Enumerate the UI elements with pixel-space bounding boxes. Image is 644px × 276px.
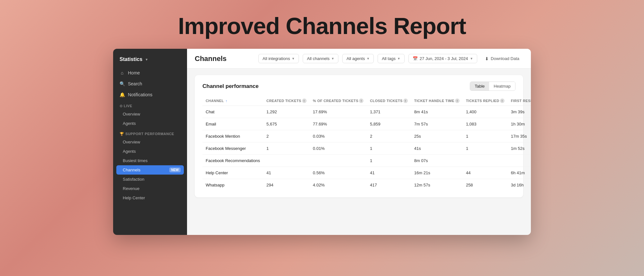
- table-row: Facebook Messenger10.01%141s11m 52s1m 52…: [202, 142, 531, 155]
- chevron-down-icon: ▼: [291, 57, 295, 60]
- sidebar-item-label: Home: [128, 70, 140, 75]
- cell-handle_time: 25s: [411, 130, 463, 142]
- sidebar-item-busiest-times[interactable]: Busiest times: [113, 156, 187, 165]
- sidebar-item-overview-live[interactable]: Overview: [113, 109, 187, 119]
- sidebar-item-label: Notifications: [128, 92, 152, 97]
- sidebar-title: Statistics: [120, 56, 142, 62]
- cell-channel: Help Center: [202, 167, 263, 179]
- cell-channel: Chat: [202, 106, 263, 118]
- page-name: Channels: [195, 55, 255, 63]
- sidebar-item-agents-perf[interactable]: Agents: [113, 147, 187, 156]
- cell-handle_time: 41s: [411, 142, 463, 155]
- cell-first_response: 17m 35s: [508, 130, 531, 142]
- page-title: Improved Channels Report: [6, 13, 638, 39]
- table-view-button[interactable]: Table: [470, 82, 489, 91]
- cell-tickets_replied: 1,083: [463, 118, 508, 130]
- chevron-down-icon: ▼: [331, 57, 334, 60]
- download-icon: ⬇: [485, 56, 489, 61]
- sidebar-item-channels[interactable]: Channels NEW: [116, 165, 184, 175]
- sidebar-item-home[interactable]: ⌂ Home: [113, 67, 187, 78]
- sidebar-item-overview-perf[interactable]: Overview: [113, 137, 187, 147]
- th-first-response: FIRST RESPONSE TIME i: [508, 96, 531, 106]
- filter-channels[interactable]: All channels ▼: [303, 54, 338, 63]
- card-header: Channel performance Table Heatmap: [202, 82, 515, 91]
- cell-closed_tickets: 41: [367, 167, 411, 179]
- chevron-down-icon: ▼: [397, 57, 400, 60]
- chevron-down-icon: ▼: [366, 57, 370, 60]
- top-bar: Channels All integrations ▼ All channels…: [187, 49, 531, 69]
- cell-channel: Email: [202, 118, 263, 130]
- cell-first_response: 1m 52s: [508, 142, 531, 155]
- th-created-tickets: CREATED TICKETS i: [263, 96, 309, 106]
- cell-first_response: [508, 155, 531, 167]
- th-closed-tickets: CLOSED TICKETS i: [367, 96, 411, 106]
- sidebar-item-label: Search: [128, 81, 142, 86]
- main-content: Channels All integrations ▼ All channels…: [187, 49, 531, 235]
- cell-tickets_replied: 44: [463, 167, 508, 179]
- sidebar-item-revenue[interactable]: Revenue: [113, 184, 187, 193]
- cell-first_response: 3m 39s: [508, 106, 531, 118]
- sidebar-item-search[interactable]: 🔍 Search: [113, 78, 187, 89]
- cell-pct_created: 4.02%: [310, 179, 367, 191]
- cell-pct_created: 0.01%: [310, 142, 367, 155]
- cell-first_response: 6h 41m: [508, 167, 531, 179]
- cell-closed_tickets: 5,859: [367, 118, 411, 130]
- sidebar-item-notifications[interactable]: 🔔 Notifications: [113, 89, 187, 100]
- cell-handle_time: 12m 57s: [411, 179, 463, 191]
- cell-handle_time: 16m 21s: [411, 167, 463, 179]
- cell-first_response: 1h 30m: [508, 118, 531, 130]
- cell-created_tickets: 1,292: [263, 106, 309, 118]
- cell-handle_time: 8m 07s: [411, 155, 463, 167]
- search-icon: 🔍: [120, 81, 125, 86]
- info-icon: i: [302, 99, 307, 103]
- cell-tickets_replied: 258: [463, 179, 508, 191]
- sidebar-item-satisfaction[interactable]: Satisfaction: [113, 175, 187, 184]
- cell-channel: Facebook Recommendations: [202, 155, 263, 167]
- content-area: Channel performance Table Heatmap CHANNE…: [187, 69, 531, 235]
- chevron-down-icon: ▼: [470, 57, 473, 60]
- sidebar-item-agents-live[interactable]: Agents: [113, 119, 187, 128]
- sidebar-header[interactable]: Statistics ▼: [113, 54, 187, 67]
- info-icon: i: [455, 99, 460, 103]
- filter-agents[interactable]: All agents ▼: [342, 54, 374, 63]
- sidebar: Statistics ▼ ⌂ Home 🔍 Search 🔔 Notificat…: [113, 49, 187, 235]
- cell-pct_created: 0.56%: [310, 167, 367, 179]
- performance-table: CHANNEL ↑ CREATED TICKETS i: [202, 96, 531, 191]
- cell-pct_created: 0.03%: [310, 130, 367, 142]
- card-title: Channel performance: [202, 83, 259, 90]
- cell-created_tickets: 1: [263, 142, 309, 155]
- cell-first_response: 3d 16h: [508, 179, 531, 191]
- cell-pct_created: [310, 155, 367, 167]
- filter-integrations[interactable]: All integrations ▼: [258, 54, 299, 63]
- th-pct-created: % OF CREATED TICKETS i: [310, 96, 367, 106]
- table-row: Chat1,29217.69%1,3718m 41s1,4003m 39s37m…: [202, 106, 531, 118]
- cell-closed_tickets: 2: [367, 130, 411, 142]
- section-support-performance: 🏆 SUPPORT PERFORMANCE: [113, 128, 187, 137]
- heatmap-view-button[interactable]: Heatmap: [489, 82, 515, 91]
- th-handle-time: TICKET HANDLE TIME i: [411, 96, 463, 106]
- live-icon: ⊙: [120, 104, 124, 108]
- cell-handle_time: 8m 41s: [411, 106, 463, 118]
- table-row: Facebook Mention20.03%225s117m 35s17m 44…: [202, 130, 531, 142]
- filter-tags[interactable]: All tags ▼: [378, 54, 405, 63]
- new-badge: NEW: [169, 168, 181, 172]
- cell-tickets_replied: 1: [463, 130, 508, 142]
- home-icon: ⌂: [120, 70, 125, 75]
- sort-icon: ↑: [226, 99, 228, 103]
- date-range-filter[interactable]: 📅 27 Jun, 2024 - 3 Jul, 2024 ▼: [408, 54, 477, 63]
- cell-created_tickets: 2: [263, 130, 309, 142]
- sidebar-item-help-center[interactable]: Help Center: [113, 193, 187, 203]
- th-channel: CHANNEL ↑: [202, 96, 263, 106]
- chevron-down-icon: ▼: [145, 58, 148, 61]
- cell-closed_tickets: 1,371: [367, 106, 411, 118]
- page-title-section: Improved Channels Report: [0, 0, 644, 49]
- cell-handle_time: 7m 57s: [411, 118, 463, 130]
- cell-tickets_replied: [463, 155, 508, 167]
- bell-icon: 🔔: [120, 92, 125, 97]
- cell-tickets_replied: 1: [463, 142, 508, 155]
- table-row: Help Center410.56%4116m 21s446h 41m14h 5…: [202, 167, 531, 179]
- trophy-icon: 🏆: [120, 132, 125, 136]
- download-data-button[interactable]: ⬇ Download Data: [481, 54, 523, 63]
- cell-created_tickets: 5,675: [263, 118, 309, 130]
- info-icon: i: [359, 99, 363, 103]
